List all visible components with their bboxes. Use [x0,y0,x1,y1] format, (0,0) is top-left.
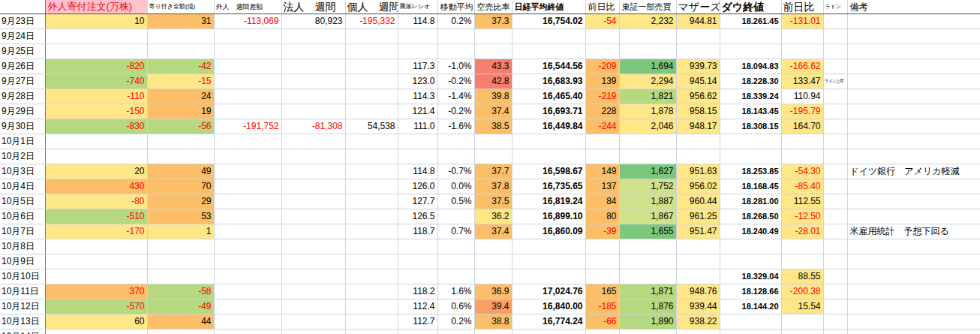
cell-gaijin[interactable] [45,239,147,254]
cell-ratio[interactable]: 112.4 [398,299,437,314]
cell-gaijin[interactable]: -820 [45,59,147,74]
cell-dow_diff[interactable] [781,239,823,254]
cell-gaijin[interactable]: 370 [45,284,147,299]
cell-mothers[interactable] [676,29,720,44]
cell-karauri[interactable] [474,329,512,334]
cell-tosho[interactable] [619,254,676,269]
cell-ratio[interactable] [398,239,437,254]
cell-radon[interactable] [823,104,847,119]
cell-gaijin[interactable]: -510 [45,209,147,224]
cell-kingaku[interactable]: -42 [147,59,214,74]
cell-gaijin_week[interactable]: -113,069 [214,14,281,29]
cell-tosho[interactable]: 1,655 [619,224,676,239]
cell-tosho[interactable]: 1,867 [619,209,676,224]
cell-mothers[interactable]: 939.73 [676,59,720,74]
cell-nikkei_diff[interactable] [585,149,619,164]
cell-gaijin[interactable]: -170 [45,224,147,239]
cell-biko[interactable] [847,299,980,314]
cell-biko[interactable] [847,314,980,329]
cell-dow[interactable] [720,134,781,149]
cell-kojin_week[interactable] [345,134,398,149]
column-header-nikkei[interactable]: 日経平均終値 [512,0,585,14]
cell-biko[interactable] [847,254,980,269]
cell-gaijin[interactable]: -110 [45,89,147,104]
row-date[interactable]: 10月3日 [0,164,45,179]
cell-kingaku[interactable]: 19 [147,104,214,119]
cell-biko[interactable] [847,14,980,29]
cell-mothers[interactable]: 956.62 [676,89,720,104]
cell-nikkei_diff[interactable] [585,239,619,254]
cell-gaijin_week[interactable] [214,314,281,329]
cell-karauri[interactable] [474,269,512,284]
row-date[interactable]: 10月5日 [0,194,45,209]
cell-tosho[interactable] [619,239,676,254]
cell-nikkei_diff[interactable]: 149 [585,164,619,179]
row-date[interactable]: 9月24日 [0,29,45,44]
cell-biko[interactable] [847,119,980,134]
cell-dow[interactable]: 18.261.45 [720,14,781,29]
cell-karauri[interactable]: 37.8 [474,179,512,194]
cell-nikkei[interactable] [512,149,585,164]
cell-tosho[interactable]: 1,890 [619,314,676,329]
column-header-mothers[interactable]: マザーズ [676,0,720,14]
cell-ratio[interactable] [398,254,437,269]
cell-mothers[interactable]: 948.76 [676,284,720,299]
row-date[interactable]: 10月2日 [0,149,45,164]
cell-gaijin_week[interactable] [214,179,281,194]
row-date[interactable]: 10月4日 [0,179,45,194]
cell-kojin_week[interactable] [345,209,398,224]
cell-tosho[interactable] [619,44,676,59]
cell-ma[interactable] [437,329,474,334]
cell-ratio[interactable]: 126.0 [398,179,437,194]
cell-dow[interactable]: 18.268.50 [720,209,781,224]
cell-ma[interactable] [437,29,474,44]
cell-ma[interactable] [437,134,474,149]
cell-kingaku[interactable]: 70 [147,179,214,194]
cell-dow_diff[interactable]: 88.55 [781,269,823,284]
cell-karauri[interactable]: 38.5 [474,119,512,134]
cell-hojin_week[interactable] [281,284,345,299]
cell-tosho[interactable]: 1,627 [619,164,676,179]
cell-ma[interactable]: -0.2% [437,104,474,119]
cell-gaijin_week[interactable] [214,134,281,149]
cell-nikkei[interactable] [512,29,585,44]
cell-gaijin_week[interactable] [214,329,281,334]
column-header-gaijin[interactable]: 外人寄付注文(万株) [45,0,147,14]
cell-kojin_week[interactable] [345,239,398,254]
cell-radon[interactable] [823,239,847,254]
cell-tosho[interactable]: 1,887 [619,194,676,209]
row-date[interactable]: 10月14日 [0,329,45,334]
cell-ma[interactable]: 0.5% [437,194,474,209]
cell-karauri[interactable]: 37.4 [474,224,512,239]
cell-radon[interactable] [823,149,847,164]
cell-ma[interactable] [437,209,474,224]
cell-nikkei[interactable] [512,44,585,59]
cell-karauri[interactable]: 39.4 [474,299,512,314]
cell-ratio[interactable] [398,134,437,149]
cell-tosho[interactable]: 2,294 [619,74,676,89]
cell-ma[interactable]: -0.7% [437,164,474,179]
cell-tosho[interactable]: 1,876 [619,299,676,314]
cell-nikkei[interactable]: 16,735.65 [512,179,585,194]
cell-biko[interactable] [847,179,980,194]
cell-biko[interactable]: ドイツ銀行 アメリカ軽減 [847,164,980,179]
cell-dow[interactable] [720,329,781,334]
cell-kingaku[interactable] [147,134,214,149]
cell-hojin_week[interactable] [281,239,345,254]
cell-kingaku[interactable] [147,329,214,334]
cell-hojin_week[interactable] [281,194,345,209]
cell-ma[interactable]: 0.7% [437,224,474,239]
cell-biko[interactable] [847,269,980,284]
cell-ma[interactable] [437,149,474,164]
row-date[interactable]: 10月8日 [0,239,45,254]
cell-radon[interactable] [823,284,847,299]
cell-radon[interactable] [823,164,847,179]
cell-nikkei_diff[interactable] [585,44,619,59]
cell-kojin_week[interactable] [345,29,398,44]
cell-biko[interactable] [847,239,980,254]
cell-karauri[interactable] [474,134,512,149]
cell-gaijin_week[interactable] [214,149,281,164]
cell-kingaku[interactable] [147,44,214,59]
cell-dow_diff[interactable] [781,29,823,44]
cell-kojin_week[interactable] [345,254,398,269]
